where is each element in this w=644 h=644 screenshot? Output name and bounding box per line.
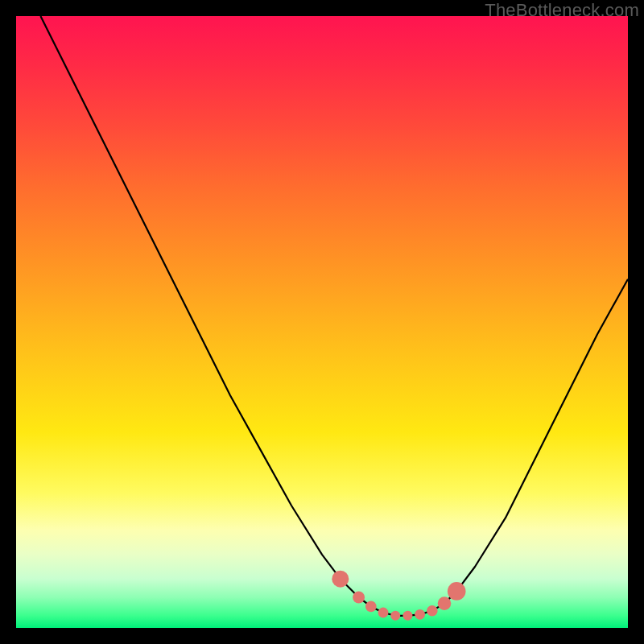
plot-area — [16, 16, 628, 628]
chart-container: TheBottleneck.com — [0, 0, 644, 644]
heatmap-gradient — [16, 16, 628, 628]
